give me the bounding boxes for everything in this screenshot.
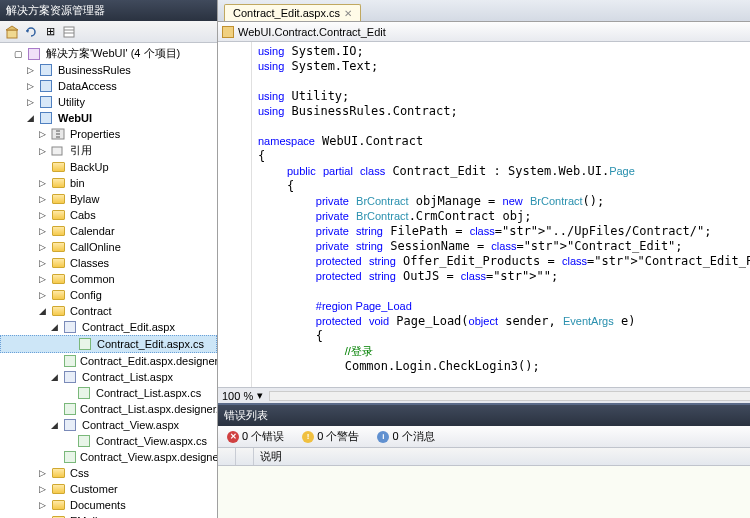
folder-bylaw[interactable]: ▷Bylaw [0, 191, 217, 207]
editor-gutter [218, 42, 252, 387]
warning-icon: ! [302, 431, 314, 443]
home-icon[interactable] [4, 24, 20, 40]
folder-cabs[interactable]: ▷Cabs [0, 207, 217, 223]
document-tabbar: Contract_Edit.aspx.cs ✕ [218, 0, 750, 22]
class-dropdown[interactable]: WebUI.Contract.Contract_Edit [218, 22, 750, 41]
file-contract-list-cs[interactable]: Contract_List.aspx.cs [0, 385, 217, 401]
folder-config[interactable]: ▷Config [0, 287, 217, 303]
tab-label: Contract_Edit.aspx.cs [233, 7, 340, 19]
file-contract-edit-aspx[interactable]: ◢Contract_Edit.aspx [0, 319, 217, 335]
folder-bin[interactable]: ▷bin [0, 175, 217, 191]
folder-common[interactable]: ▷Common [0, 271, 217, 287]
messages-filter-button[interactable]: i0 个消息 [372, 427, 439, 446]
col-icon[interactable] [218, 448, 236, 465]
solution-explorer: 解决方案资源管理器 ⊞ ▢解决方案'WebUI' (4 个项目) ▷Busine… [0, 0, 218, 518]
folder-css[interactable]: ▷Css [0, 465, 217, 481]
project-utility[interactable]: ▷Utility [0, 94, 217, 110]
col-description[interactable]: 说明 [254, 448, 750, 465]
folder-references[interactable]: ▷引用 [0, 142, 217, 159]
folder-classes[interactable]: ▷Classes [0, 255, 217, 271]
error-list-body[interactable] [218, 466, 750, 518]
editor-status-bar: 100 % ▾ [218, 387, 750, 403]
warnings-filter-button[interactable]: !0 个警告 [297, 427, 364, 446]
error-list-panel: 错误列表 ✕0 个错误 !0 个警告 i0 个消息 说明 文件 行 列 [218, 403, 750, 518]
info-icon: i [377, 431, 389, 443]
folder-contract[interactable]: ◢Contract [0, 303, 217, 319]
showall-icon[interactable]: ⊞ [42, 24, 58, 40]
refresh-icon[interactable] [23, 24, 39, 40]
svg-marker-1 [6, 26, 18, 30]
folder-email[interactable]: ▷EMail [0, 513, 217, 518]
file-contract-list-designer[interactable]: Contract_List.aspx.designer.cs [0, 401, 217, 417]
folder-documents[interactable]: ▷Documents [0, 497, 217, 513]
file-contract-view-designer[interactable]: Contract_View.aspx.designer.c [0, 449, 217, 465]
project-businessrules[interactable]: ▷BusinessRules [0, 62, 217, 78]
class-icon [222, 26, 234, 38]
folder-callonline[interactable]: ▷CallOnline [0, 239, 217, 255]
folder-properties[interactable]: ▷Properties [0, 126, 217, 142]
solution-node[interactable]: ▢解决方案'WebUI' (4 个项目) [0, 45, 217, 62]
main-area: Contract_Edit.aspx.cs ✕ WebUI.Contract.C… [218, 0, 750, 518]
folder-calendar[interactable]: ▷Calendar [0, 223, 217, 239]
file-contract-view-cs[interactable]: Contract_View.aspx.cs [0, 433, 217, 449]
svg-rect-7 [52, 147, 62, 155]
tab-contract-edit-cs[interactable]: Contract_Edit.aspx.cs ✕ [224, 4, 361, 21]
project-dataaccess[interactable]: ▷DataAccess [0, 78, 217, 94]
svg-rect-3 [64, 27, 74, 37]
file-contract-edit-designer[interactable]: Contract_Edit.aspx.designer.c [0, 353, 217, 369]
project-webui[interactable]: ◢WebUI [0, 110, 217, 126]
folder-backup[interactable]: BackUp [0, 159, 217, 175]
code-content[interactable]: using System.IO; using System.Text; usin… [252, 42, 750, 387]
properties-icon[interactable] [61, 24, 77, 40]
dropdown-icon[interactable]: ▾ [257, 389, 263, 402]
error-list-title: 错误列表 [218, 405, 750, 426]
file-contract-list-aspx[interactable]: ◢Contract_List.aspx [0, 369, 217, 385]
explorer-title: 解决方案资源管理器 [0, 0, 217, 21]
error-icon: ✕ [227, 431, 239, 443]
code-editor[interactable]: using System.IO; using System.Text; usin… [218, 42, 750, 387]
zoom-level[interactable]: 100 % [222, 390, 253, 402]
solution-tree[interactable]: ▢解决方案'WebUI' (4 个项目) ▷BusinessRules ▷Dat… [0, 43, 217, 518]
explorer-toolbar: ⊞ [0, 21, 217, 43]
col-num[interactable] [236, 448, 254, 465]
folder-customer[interactable]: ▷Customer [0, 481, 217, 497]
member-navbar: WebUI.Contract.Contract_Edit FilePath [218, 22, 750, 42]
errors-filter-button[interactable]: ✕0 个错误 [222, 427, 289, 446]
horizontal-scrollbar[interactable] [269, 391, 750, 401]
close-icon[interactable]: ✕ [344, 8, 352, 19]
error-toolbar: ✕0 个错误 !0 个警告 i0 个消息 [218, 426, 750, 448]
error-columns: 说明 文件 行 列 [218, 448, 750, 466]
svg-rect-0 [7, 30, 17, 38]
file-contract-edit-cs[interactable]: Contract_Edit.aspx.cs [0, 335, 217, 353]
file-contract-view-aspx[interactable]: ◢Contract_View.aspx [0, 417, 217, 433]
